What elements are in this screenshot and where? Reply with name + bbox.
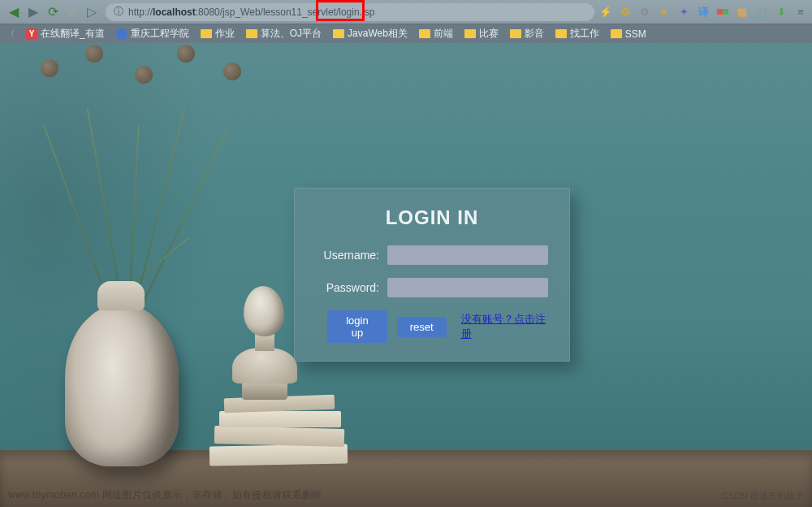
back-button[interactable]: ◀ xyxy=(5,3,23,21)
reset-button[interactable]: reset xyxy=(397,317,447,337)
ext-icon[interactable]: ★ xyxy=(658,6,671,19)
bookmark-item[interactable]: JavaWeb相关 xyxy=(333,27,408,41)
ext-icon[interactable]: ⚡ xyxy=(599,6,612,19)
translate-icon[interactable]: 译 xyxy=(697,6,710,19)
button-row: login up reset 没有账号？点击注册 xyxy=(316,310,548,343)
url-text: http://localhost:8080/jsp_Web/lesson11_s… xyxy=(128,6,586,18)
url-host: localhost xyxy=(153,6,196,18)
username-input[interactable] xyxy=(387,245,548,265)
password-label: Password: xyxy=(316,281,379,294)
decor-pod xyxy=(177,45,195,63)
download-icon[interactable]: ⬇ xyxy=(775,6,788,19)
ext-icon[interactable]: ✪ xyxy=(619,6,632,19)
bookmark-label: 作业 xyxy=(215,27,235,41)
decor-vase xyxy=(65,304,179,466)
home-button[interactable]: ⌂ xyxy=(63,3,81,21)
bookmark-item[interactable]: 前端 xyxy=(419,27,453,41)
url-protocol: http:// xyxy=(128,6,153,18)
watermark-bottom-left: www.toymoban.com 网络图片仅供展示，非存储，如有侵权请联系删除 xyxy=(8,488,322,502)
watermark-bottom-right: CSDN @退击的线子 xyxy=(723,490,804,502)
decor-books xyxy=(209,398,352,465)
decor-pod xyxy=(41,59,58,77)
ext-icon[interactable] xyxy=(716,6,729,19)
username-row: Username: xyxy=(316,245,548,265)
bookmark-item[interactable]: 作业 xyxy=(201,27,235,41)
menu-icon[interactable]: ≡ xyxy=(794,6,807,19)
ext-icon[interactable]: ⚙ xyxy=(638,6,651,19)
bookmark-label: 算法、OJ平台 xyxy=(261,27,322,41)
login-panel: LOGIN IN Username: Password: login up re… xyxy=(294,188,570,362)
bookmark-label: SSM xyxy=(625,28,646,40)
bookmark-label: 重庆工程学院 xyxy=(131,27,189,41)
bookmark-item[interactable]: 找工作 xyxy=(555,27,599,41)
decor-pod xyxy=(223,63,241,80)
bookmark-item[interactable]: 重庆工程学院 xyxy=(116,27,189,41)
decor-book xyxy=(219,411,341,427)
extension-icons: ⚡ ✪ ⚙ ★ ✦ 译 ▦ ⬚ ⬇ ≡ xyxy=(599,6,807,19)
bookmark-chevron[interactable]: 〈 xyxy=(6,28,15,40)
bookmark-bar: 〈 Y在线翻译_有道 重庆工程学院 作业 算法、OJ平台 JavaWeb相关 前… xyxy=(0,24,812,43)
play-button[interactable]: ▷ xyxy=(83,3,101,21)
ext-icon[interactable]: ✦ xyxy=(677,6,690,19)
bookmark-label: 比赛 xyxy=(479,27,499,41)
bookmark-item[interactable]: 影音 xyxy=(510,27,544,41)
login-title: LOGIN IN xyxy=(316,206,548,229)
ext-icon[interactable]: ⬚ xyxy=(755,6,768,19)
browser-toolbar: ◀ ▶ ⟳ ⌂ ▷ ⓘ http://localhost:8080/jsp_We… xyxy=(0,0,812,24)
bookmark-label: 找工作 xyxy=(570,27,599,41)
username-label: Username: xyxy=(316,249,379,262)
password-input[interactable] xyxy=(387,278,548,297)
bookmark-item[interactable]: 比赛 xyxy=(464,27,499,41)
register-link[interactable]: 没有账号？点击注册 xyxy=(461,312,548,341)
ext-icon[interactable]: ▦ xyxy=(736,6,749,19)
bookmark-label: 影音 xyxy=(525,27,544,41)
bookmark-label: 在线翻译_有道 xyxy=(41,27,105,41)
bookmark-label: JavaWeb相关 xyxy=(348,27,408,41)
bookmark-item[interactable]: 算法、OJ平台 xyxy=(246,27,322,41)
decor-book xyxy=(214,426,345,447)
reload-button[interactable]: ⟳ xyxy=(44,3,62,21)
decor-bust-head xyxy=(244,286,284,336)
bookmark-label: 前端 xyxy=(434,27,453,41)
page-content: LOGIN IN Username: Password: login up re… xyxy=(0,43,812,507)
login-button[interactable]: login up xyxy=(327,310,387,343)
decor-bust xyxy=(226,286,304,400)
forward-button[interactable]: ▶ xyxy=(24,3,42,21)
decor-bust-chest xyxy=(232,348,297,384)
password-row: Password: xyxy=(316,278,548,297)
decor-book xyxy=(209,444,348,466)
bookmark-item[interactable]: Y在线翻译_有道 xyxy=(26,27,105,41)
url-path: :8080/jsp_Web/lesson11_servlet/login.jsp xyxy=(196,6,375,18)
nav-buttons: ◀ ▶ ⟳ ⌂ ▷ xyxy=(5,3,101,21)
decor-pod xyxy=(85,45,103,63)
address-bar[interactable]: ⓘ http://localhost:8080/jsp_Web/lesson11… xyxy=(106,3,594,21)
info-icon: ⓘ xyxy=(114,5,123,19)
bookmark-item[interactable]: SSM xyxy=(611,28,646,40)
decor-pod xyxy=(135,66,153,84)
